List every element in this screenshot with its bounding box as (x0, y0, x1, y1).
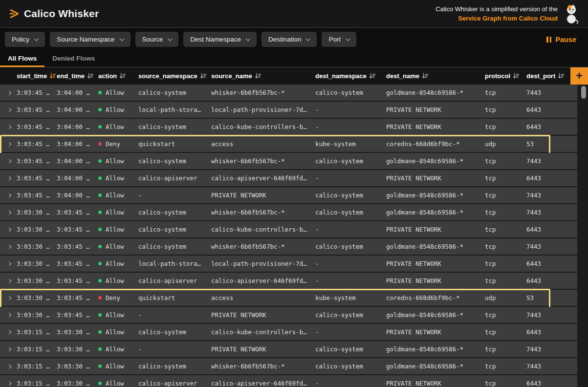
cell-start-time: 3:03:15 … (17, 345, 57, 353)
cell-source-namespace: calico-system (138, 328, 211, 336)
pause-button[interactable]: Pause (546, 36, 583, 43)
expand-row-icon[interactable] (8, 346, 14, 352)
filter-label: Destination (268, 36, 302, 43)
column-header-protocol[interactable]: protocol (485, 72, 526, 80)
cell-protocol: tcp (485, 260, 526, 267)
cell-action: Deny (98, 294, 138, 301)
table-row[interactable]: 3:03:45 … 3:04:00 … Allow - PRIVATE NETW… (0, 187, 577, 203)
filter-dropdown-dest-namespace[interactable]: Dest Namespace (183, 32, 257, 47)
tab-all-flows[interactable]: All Flows (0, 51, 44, 67)
column-header-action[interactable]: action (98, 72, 138, 80)
table-row[interactable]: 3:03:30 … 3:03:45 … Allow calico-apiserv… (0, 273, 577, 289)
expand-row-icon[interactable] (8, 244, 14, 250)
cell-dest-name: goldmane-8548c69586-* (386, 345, 485, 353)
cell-start-time: 3:03:45 … (17, 89, 57, 96)
filter-bar: Policy Source Namespace Source Dest Name… (0, 28, 588, 51)
action-status-dot (98, 125, 102, 129)
chevron-down-icon (306, 36, 311, 41)
cell-source-namespace: local-path-stora… (138, 106, 211, 113)
table-row[interactable]: 3:03:15 … 3:03:30 … Allow calico-apiserv… (0, 375, 577, 387)
expand-row-icon[interactable] (8, 175, 14, 181)
cell-dest-name: goldmane-8548c69586-* (386, 311, 485, 319)
table-row[interactable]: 3:03:30 … 3:03:45 … Allow local-path-sto… (0, 256, 577, 272)
cell-source-namespace: calico-system (138, 243, 211, 250)
cell-end-time: 3:04:00 … (57, 157, 98, 165)
table-row[interactable]: 3:03:45 … 3:04:00 … Allow calico-apiserv… (0, 170, 577, 186)
table-row[interactable]: 3:03:45 … 3:04:00 … Allow calico-system … (0, 85, 577, 101)
expand-row-icon[interactable] (8, 312, 14, 318)
action-status-dot (98, 176, 102, 180)
cell-dest-name: goldmane-8548c69586-* (386, 89, 485, 96)
table-row[interactable]: 3:03:45 … 3:04:00 … Allow calico-system … (0, 119, 577, 135)
table-row[interactable]: 3:03:15 … 3:03:30 … Allow calico-system … (0, 358, 577, 374)
table-row[interactable]: 3:03:45 … 3:04:00 … Allow local-path-sto… (0, 102, 577, 118)
chevron-down-icon (346, 36, 350, 41)
cell-dest-name: coredns-668d6bf9bc-* (386, 140, 485, 148)
cell-protocol: tcp (485, 311, 526, 319)
column-header-source_namespace[interactable]: source_namespace (138, 72, 211, 80)
filter-dropdown-source[interactable]: Source (135, 32, 179, 47)
expand-row-icon[interactable] (8, 141, 14, 147)
cell-end-time: 3:03:45 … (57, 294, 98, 301)
cell-end-time: 3:03:30 … (57, 380, 98, 387)
expand-row-icon[interactable] (8, 278, 14, 284)
expand-row-icon[interactable] (8, 124, 14, 130)
sort-icon (255, 73, 261, 79)
cell-start-time: 3:03:30 … (17, 311, 57, 319)
expand-row-icon[interactable] (8, 193, 14, 198)
table-row[interactable]: 3:03:30 … 3:03:45 … Allow - PRIVATE NETW… (0, 307, 577, 323)
service-graph-link[interactable]: Service Graph from Calico Cloud (436, 14, 558, 23)
cell-dest-namespace: kube-system (315, 140, 386, 148)
expand-row-icon[interactable] (8, 107, 14, 113)
cell-source-namespace: calico-system (138, 363, 211, 370)
filter-dropdown-destination[interactable]: Destination (261, 32, 317, 47)
table-row[interactable]: 3:03:15 … 3:03:30 … Allow calico-system … (0, 324, 577, 340)
cell-dest-name: coredns-668d6bf9bc-* (386, 294, 485, 301)
column-header-dest_name[interactable]: dest_name (386, 72, 485, 80)
expand-row-icon[interactable] (8, 329, 14, 335)
cell-protocol: tcp (485, 209, 526, 216)
expand-row-icon[interactable] (8, 90, 14, 96)
column-header-dest_namespace[interactable]: dest_namespace (315, 72, 386, 80)
expand-row-icon[interactable] (8, 210, 14, 215)
filter-label: Port (328, 36, 341, 43)
table-row[interactable]: 3:03:15 … 3:03:30 … Allow - PRIVATE NETW… (0, 341, 577, 357)
expand-row-icon[interactable] (8, 381, 14, 387)
filter-dropdown-port[interactable]: Port (322, 32, 356, 47)
expand-row-icon[interactable] (8, 261, 14, 267)
action-label: Deny (106, 294, 120, 301)
table-row[interactable]: 3:03:30 … 3:03:45 … Allow calico-system … (0, 204, 577, 220)
action-status-dot (98, 211, 102, 214)
table-row[interactable]: 3:03:30 … 3:03:45 … Allow calico-system … (0, 221, 577, 237)
table-row[interactable]: 3:03:45 … 3:04:00 … Deny quickstart acce… (0, 136, 577, 152)
chevron-down-icon (119, 36, 124, 41)
expand-row-icon[interactable] (8, 227, 14, 233)
expand-row-icon[interactable] (8, 158, 14, 164)
cell-protocol: tcp (485, 174, 526, 182)
pause-label: Pause (555, 36, 576, 43)
cell-dest-port: 7443 (526, 89, 577, 96)
cell-dest-name: PRIVATE NETWORK (386, 174, 485, 182)
expand-row-icon[interactable] (8, 295, 14, 301)
sort-icon (87, 73, 93, 79)
table-row[interactable]: 3:03:30 … 3:03:45 … Allow calico-system … (0, 238, 577, 255)
cell-source-name: calico-apiserver-646f69fd… (211, 277, 315, 284)
expand-row-icon[interactable] (8, 364, 14, 369)
cell-start-time: 3:03:30 … (17, 277, 57, 284)
tab-denied-flows[interactable]: Denied Flows (44, 51, 103, 67)
table-row[interactable]: 3:03:45 … 3:04:00 … Allow calico-system … (0, 153, 577, 169)
cell-dest-namespace: calico-system (315, 89, 386, 96)
column-header-source_name[interactable]: source_name (211, 72, 315, 80)
column-header-start_time[interactable]: start_time (17, 72, 57, 80)
table-row[interactable]: 3:03:30 … 3:03:45 … Deny quickstart acce… (0, 290, 577, 306)
column-label: start_time (17, 72, 47, 80)
column-header-end_time[interactable]: end_time (57, 72, 98, 80)
action-label: Allow (106, 123, 124, 130)
filter-dropdown-policy[interactable]: Policy (5, 32, 45, 47)
filter-dropdown-source-namespace[interactable]: Source Namespace (50, 32, 131, 47)
add-column-button[interactable]: + (570, 67, 588, 85)
cell-protocol: udp (485, 140, 526, 148)
vertical-scrollbar-thumb[interactable] (581, 86, 586, 99)
calico-logo-icon (8, 7, 22, 21)
cell-end-time: 3:03:45 … (57, 311, 98, 319)
